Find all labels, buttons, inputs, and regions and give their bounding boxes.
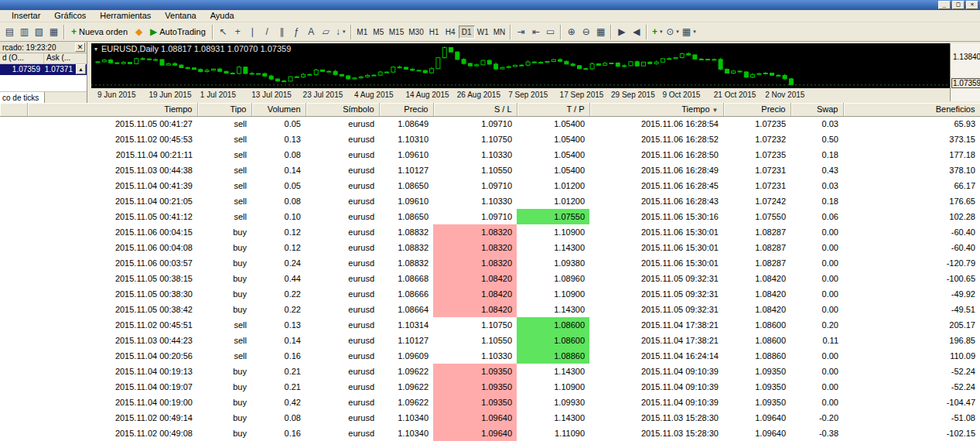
chart-forward-button[interactable]: ▶ xyxy=(614,24,629,39)
menu-item-insertar[interactable]: Insertar xyxy=(5,10,47,22)
table-row[interactable]: 2015.11.02 00:49:14buy0.08eurusd1.103401… xyxy=(0,410,980,426)
cursor-tool[interactable]: ↖ xyxy=(216,24,230,39)
column-header-tiempo[interactable]: Tiempo xyxy=(27,103,197,116)
market-watch-icon: ▤ xyxy=(5,27,14,36)
ask-column-header[interactable]: Ask (... xyxy=(44,53,87,63)
table-row[interactable]: 2015.11.04 00:19:00buy0.42eurusd1.096221… xyxy=(0,395,980,410)
column-header-swap[interactable]: Swap xyxy=(790,103,843,116)
chart-properties-button[interactable]: ▭ xyxy=(543,24,558,39)
auto-scroll-button[interactable]: ⇤ xyxy=(528,24,543,39)
column-header-tipo[interactable]: Tipo xyxy=(197,103,251,116)
chart-back-button[interactable]: ◀ xyxy=(629,24,644,39)
table-row[interactable]: 2015.11.04 00:19:13buy0.21eurusd1.096221… xyxy=(0,364,980,379)
periods-button[interactable]: ⊙▾ xyxy=(664,24,681,39)
trendline-tool[interactable]: / xyxy=(260,24,275,39)
table-row[interactable]: 2015.11.06 00:04:15buy0.12eurusd1.088321… xyxy=(0,224,980,240)
vertical-line-tool[interactable]: | xyxy=(245,24,260,39)
zoom-out-button[interactable]: ⊖ xyxy=(579,24,593,39)
table-row[interactable]: 2015.11.04 00:21:05sell0.08eurusd1.09610… xyxy=(0,193,980,209)
timeframe-m15-button[interactable]: M15 xyxy=(387,26,406,39)
table-cell: -52.24 xyxy=(843,364,980,379)
table-row[interactable]: 2015.11.05 00:38:15buy0.44eurusd1.086681… xyxy=(0,271,980,286)
menu-item-ayuda[interactable]: Ayuda xyxy=(203,10,241,22)
scroll-up-icon[interactable]: ▲ xyxy=(76,64,86,74)
table-row[interactable]: 2015.11.05 00:41:12sell0.10eurusd1.08650… xyxy=(0,209,980,224)
timeframe-h4-button[interactable]: H4 xyxy=(442,26,459,39)
price-axis[interactable]: 1.13840 1.07359 xyxy=(950,43,980,101)
window-titlebar[interactable]: _ □ ✕ xyxy=(0,0,980,10)
table-row[interactable]: 2015.11.05 00:38:42buy0.22eurusd1.086641… xyxy=(0,302,980,317)
column-header-precio[interactable]: Precio xyxy=(723,103,790,116)
column-header-s-l[interactable]: S / L xyxy=(433,103,517,116)
text-tool[interactable]: A xyxy=(304,24,319,39)
column-header-t-p[interactable]: T / P xyxy=(517,103,589,116)
timeframes-group: M1M5M15M30H1H4D1W1MN xyxy=(354,26,507,39)
symbol-row-selected[interactable]: 1.07359 1.07371 ▲ xyxy=(0,64,87,75)
channel-tool[interactable]: ∥ xyxy=(275,24,289,39)
shapes-tool[interactable]: ▱ xyxy=(319,24,333,39)
table-row[interactable]: 2015.11.04 00:21:11sell0.08eurusd1.09610… xyxy=(0,147,980,162)
table-row[interactable]: 2015.11.04 00:41:39sell0.05eurusd1.08650… xyxy=(0,178,980,193)
table-row[interactable]: 2015.11.04 00:19:07buy0.21eurusd1.096221… xyxy=(0,379,980,395)
metaeditor-button[interactable]: ◆ xyxy=(131,24,146,39)
timeframe-w1-button[interactable]: W1 xyxy=(475,26,491,39)
table-row[interactable]: 2015.11.04 00:20:56sell0.16eurusd1.09609… xyxy=(0,348,980,364)
chart-menu-icon[interactable]: ▾ xyxy=(94,46,97,53)
table-row[interactable]: 2015.11.02 00:45:53sell0.13eurusd1.10310… xyxy=(0,132,980,147)
timeframe-d1-button[interactable]: D1 xyxy=(459,26,475,39)
timeframe-mn-button[interactable]: MN xyxy=(491,26,508,39)
tile-windows-button[interactable]: ▦ xyxy=(593,24,608,39)
table-row[interactable]: 2015.11.06 00:04:08buy0.12eurusd1.088321… xyxy=(0,240,980,255)
table-row[interactable]: 2015.11.03 00:44:38sell0.14eurusd1.10127… xyxy=(0,162,980,178)
new-order-button[interactable]: + Nueva orden xyxy=(67,24,131,39)
table-row[interactable]: 2015.11.02 00:45:51sell0.13eurusd1.10314… xyxy=(0,317,980,333)
date-axis[interactable]: 9 Jun 201519 Jun 20151 Jul 201513 Jul 20… xyxy=(91,88,950,101)
market-watch-close-button[interactable]: ✕ xyxy=(75,43,85,52)
timeframe-m5-button[interactable]: M5 xyxy=(370,26,387,39)
bid-column-header[interactable]: d (O... xyxy=(0,53,44,63)
table-cell: 1.09350 xyxy=(433,379,517,395)
data-window-button[interactable]: ▥ xyxy=(17,24,32,39)
autotrading-button[interactable]: ▶ AutoTrading xyxy=(146,24,210,39)
market-watch-button[interactable]: ▤ xyxy=(2,24,17,39)
timeframe-h1-button[interactable]: H1 xyxy=(426,26,442,39)
arrows-tool[interactable]: ↓▾ xyxy=(333,24,348,39)
channel-icon: ∥ xyxy=(279,27,284,36)
table-row[interactable]: 2015.11.03 00:44:23sell0.14eurusd1.10127… xyxy=(0,333,980,348)
column-header-volumen[interactable]: Volumen xyxy=(251,103,306,116)
zoom-in-button[interactable]: ⊕ xyxy=(564,24,579,39)
tick-chart-tab[interactable]: co de ticks xyxy=(0,92,45,103)
market-watch-titlebar[interactable]: rcado: 19:23:20 ✕ xyxy=(0,42,87,53)
menu-item-ventana[interactable]: Ventana xyxy=(158,10,203,22)
column-header-simbolo[interactable]: Símbolo xyxy=(306,103,379,116)
crosshair-tool[interactable]: + xyxy=(230,24,245,39)
table-row[interactable]: 2015.11.06 00:03:57buy0.24eurusd1.088321… xyxy=(0,255,980,271)
chart-shift-button[interactable]: ⇥ xyxy=(514,24,528,39)
table-row[interactable]: 2015.11.05 00:38:30buy0.22eurusd1.086661… xyxy=(0,286,980,302)
table-row[interactable]: 2015.11.05 00:41:27sell0.05eurusd1.08649… xyxy=(0,116,980,132)
menu-item-graficos[interactable]: Gráficos xyxy=(47,10,93,22)
account-history-panel: TiempoTipoVolumenSímboloPrecioS / LT / P… xyxy=(0,103,980,441)
minimize-button[interactable]: _ xyxy=(938,1,951,9)
templates-button[interactable]: ▦▾ xyxy=(681,24,698,39)
close-button[interactable]: ✕ xyxy=(966,1,978,9)
column-header-label: T / P xyxy=(566,104,584,114)
market-watch-panel: rcado: 19:23:20 ✕ d (O... Ask (... 1.073… xyxy=(0,42,87,103)
fibonacci-tool[interactable]: ƒ xyxy=(289,24,304,39)
maximize-button[interactable]: □ xyxy=(952,1,965,9)
terminal-button[interactable]: ▦ xyxy=(46,24,61,39)
timeframe-m30-button[interactable]: M30 xyxy=(406,26,425,39)
column-header-blank[interactable] xyxy=(0,103,27,116)
vertical-line-icon: | xyxy=(251,27,254,36)
timeframe-m1-button[interactable]: M1 xyxy=(354,26,370,39)
menu-item-herramientas[interactable]: Herramientas xyxy=(93,10,158,22)
new-chart-button[interactable]: +▾ xyxy=(650,24,664,39)
navigator-button[interactable]: ▧ xyxy=(32,24,46,39)
table-cell: 0.14 xyxy=(251,162,306,178)
column-header-beneficios[interactable]: Beneficios xyxy=(843,103,980,116)
table-row[interactable]: 2015.11.02 00:49:08buy0.16eurusd1.103401… xyxy=(0,426,980,441)
market-watch-list-area[interactable] xyxy=(0,75,87,92)
column-header-precio[interactable]: Precio xyxy=(379,103,433,116)
column-header-tiempo[interactable]: Tiempo▼ xyxy=(589,103,723,116)
candlestick-chart[interactable]: ▾ EURUSD,Daily 1.08817 1.08931 1.07070 1… xyxy=(91,43,950,88)
